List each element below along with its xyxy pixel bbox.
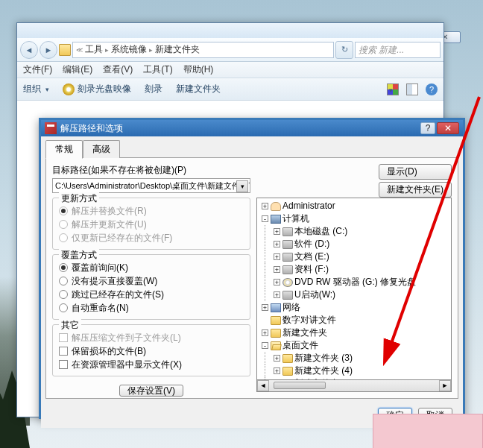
- display-button[interactable]: 显示(D): [379, 164, 452, 180]
- radio-rename[interactable]: 自动重命名(N): [59, 301, 244, 315]
- group-title: 更新方式: [59, 192, 99, 205]
- expand-icon[interactable]: +: [274, 291, 280, 298]
- update-mode-group: 更新方式 解压并替换文件(R) 解压并更新文件(U) 仅更新已经存在的文件(F): [52, 198, 250, 250]
- collapse-icon[interactable]: -: [262, 342, 268, 349]
- chevron-right-icon: ▸: [105, 46, 109, 54]
- folder-tree[interactable]: +Administrator -计算机 +本地磁盘 (C:) +软件 (D:) …: [256, 198, 452, 380]
- menu-file[interactable]: 文件(F): [23, 63, 52, 76]
- tree-node[interactable]: Administrator: [282, 201, 335, 211]
- folder-open-icon: [271, 341, 281, 350]
- tab-general[interactable]: 常规: [45, 140, 83, 159]
- horizontal-scrollbar[interactable]: ◄ ►: [256, 380, 452, 392]
- network-icon: [271, 303, 281, 312]
- dvd-icon: [282, 278, 293, 287]
- radio-extract-update[interactable]: 解压并更新文件(U): [59, 218, 244, 231]
- breadcrumb-part[interactable]: 工具: [85, 43, 103, 56]
- menu-tools[interactable]: 工具(T): [143, 63, 172, 76]
- help-icon[interactable]: ?: [426, 83, 438, 95]
- expand-icon[interactable]: +: [262, 203, 268, 209]
- drive-icon: [282, 265, 293, 274]
- tab-advanced[interactable]: 高级: [83, 140, 120, 158]
- expand-icon[interactable]: +: [274, 241, 280, 247]
- scroll-right-button[interactable]: ►: [439, 380, 451, 391]
- collapse-icon[interactable]: -: [262, 215, 268, 222]
- folder-icon: [282, 367, 293, 376]
- radio-overwrite[interactable]: 没有提示直接覆盖(W): [59, 274, 244, 288]
- drive-icon: [282, 227, 293, 236]
- tree-node[interactable]: 本地磁盘 (C:): [294, 226, 347, 236]
- menu-help[interactable]: 帮助(H): [183, 63, 214, 76]
- dialog-close-button[interactable]: ✕: [437, 122, 459, 134]
- menu-view[interactable]: 查看(V): [103, 63, 133, 76]
- scroll-left-button[interactable]: ◄: [257, 380, 269, 391]
- expand-icon[interactable]: +: [274, 253, 280, 260]
- expand-icon[interactable]: +: [274, 355, 280, 362]
- group-title: 其它: [59, 319, 81, 332]
- tree-node[interactable]: 新建文件夹 (4): [294, 365, 353, 376]
- tree-node[interactable]: 数字对讲文件: [282, 315, 336, 325]
- tree-node[interactable]: 网络: [282, 302, 300, 312]
- drive-icon: [282, 291, 293, 300]
- expand-icon[interactable]: +: [274, 266, 280, 273]
- tree-node[interactable]: 计算机: [282, 213, 309, 224]
- refresh-button[interactable]: ↻: [335, 41, 353, 59]
- expand-icon[interactable]: +: [274, 367, 280, 374]
- annotation-box: [373, 414, 483, 448]
- tree-node[interactable]: 新建文件夹 (3): [294, 353, 353, 363]
- expand-icon[interactable]: +: [274, 279, 280, 285]
- toolbar: 组织 刻录光盘映像 刻录 新建文件夹 ?: [17, 78, 443, 101]
- tree-node[interactable]: 文档 (E:): [294, 251, 329, 262]
- drive-icon: [282, 240, 293, 249]
- tool-burn-image[interactable]: 刻录光盘映像: [63, 83, 131, 95]
- dialog-help-button[interactable]: ?: [420, 122, 435, 134]
- user-icon: [271, 202, 281, 211]
- tree-node[interactable]: 桌面文件: [282, 340, 318, 350]
- breadcrumb[interactable]: ≪ 工具 ▸ 系统镜像 ▸ 新建文件夹: [72, 42, 334, 58]
- path-label: 目标路径(如果不存在将被创建)(P): [52, 164, 250, 177]
- menu-bar: 文件(F) 编辑(E) 查看(V) 工具(T) 帮助(H): [17, 62, 443, 78]
- folder-icon: [271, 316, 281, 325]
- check-keep-broken[interactable]: 保留损坏的文件(B): [59, 344, 244, 358]
- tree-node[interactable]: U启动(W:): [294, 289, 335, 300]
- radio-skip[interactable]: 跳过已经存在的文件(S): [59, 288, 244, 301]
- view-mode-button[interactable]: [387, 83, 399, 95]
- save-settings-button[interactable]: 保存设置(V): [119, 385, 183, 397]
- folder-icon: [59, 44, 71, 56]
- tool-organize[interactable]: 组织: [23, 83, 49, 95]
- check-subfolder[interactable]: 解压压缩文件到子文件夹(L): [59, 331, 244, 344]
- disc-icon: [63, 83, 75, 95]
- tool-label: 刻录光盘映像: [78, 83, 131, 95]
- nav-forward-button[interactable]: ►: [40, 41, 57, 59]
- tool-new-folder[interactable]: 新建文件夹: [176, 83, 221, 95]
- search-input[interactable]: 搜索 新建...: [355, 42, 441, 58]
- dialog-title: 解压路径和选项: [60, 122, 123, 135]
- breadcrumb-part[interactable]: 系统镜像: [111, 43, 147, 56]
- new-folder-button[interactable]: 新建文件夹(E): [379, 182, 452, 198]
- scroll-thumb[interactable]: [274, 382, 326, 389]
- nav-bar: ◄ ► ≪ 工具 ▸ 系统镜像 ▸ 新建文件夹 ↻ 搜索 新建...: [17, 38, 443, 62]
- preview-pane-button[interactable]: [406, 83, 418, 95]
- winrar-icon: [45, 122, 57, 134]
- tree-node[interactable]: 资料 (F:): [294, 264, 329, 274]
- dialog-titlebar[interactable]: 解压路径和选项 ? ✕: [41, 120, 463, 136]
- check-show-in-explorer[interactable]: 在资源管理器中显示文件(X): [59, 358, 244, 371]
- menu-edit[interactable]: 编辑(E): [63, 63, 92, 76]
- nav-back-button[interactable]: ◄: [20, 41, 38, 59]
- chevron-right-icon: ▸: [149, 46, 153, 54]
- expand-icon[interactable]: +: [274, 228, 280, 235]
- drive-icon: [282, 253, 293, 262]
- breadcrumb-part[interactable]: 新建文件夹: [155, 43, 200, 56]
- tool-burn[interactable]: 刻录: [145, 83, 162, 95]
- tree-node[interactable]: 软件 (D:): [294, 239, 329, 249]
- radio-freshen[interactable]: 仅更新已经存在的文件(F): [59, 231, 244, 244]
- path-combobox[interactable]: C:\Users\Administrator\Desktop\桌面文件\新建文件…: [52, 178, 250, 193]
- tabs: 常规 高级: [41, 140, 463, 158]
- tree-node[interactable]: DVD RW 驱动器 (G:) 修复光盘: [294, 277, 416, 287]
- expand-icon[interactable]: +: [262, 329, 268, 336]
- folder-icon: [282, 354, 293, 363]
- expand-icon[interactable]: +: [262, 304, 268, 311]
- group-title: 覆盖方式: [59, 249, 99, 262]
- tree-node[interactable]: 新建文件夹: [282, 327, 327, 338]
- radio-extract-replace[interactable]: 解压并替换文件(R): [59, 204, 244, 218]
- radio-ask[interactable]: 覆盖前询问(K): [59, 261, 244, 274]
